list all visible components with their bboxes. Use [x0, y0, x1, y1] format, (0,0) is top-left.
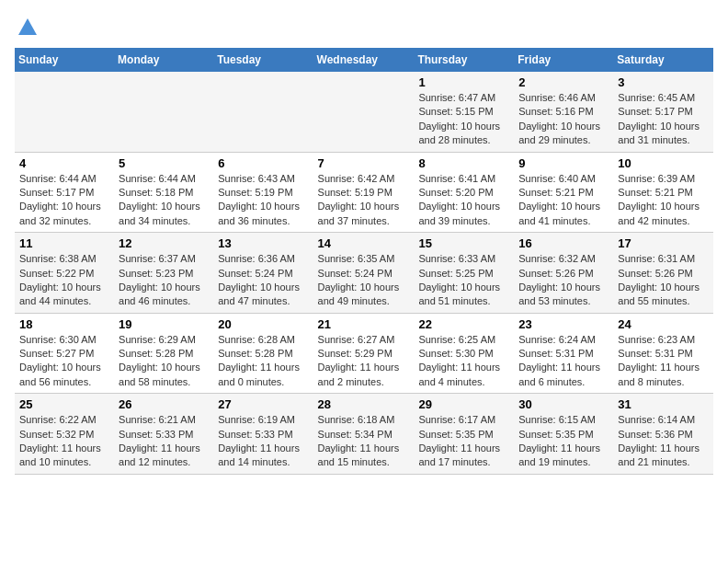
- calendar-cell: 7Sunrise: 6:42 AMSunset: 5:19 PMDaylight…: [313, 152, 415, 233]
- day-info: Sunrise: 6:46 AMSunset: 5:16 PMDaylight:…: [518, 91, 609, 148]
- day-info: Sunrise: 6:19 AMSunset: 5:33 PMDaylight:…: [218, 413, 308, 470]
- day-number: 30: [518, 397, 609, 411]
- day-info: Sunrise: 6:47 AMSunset: 5:15 PMDaylight:…: [418, 91, 509, 148]
- calendar-table: SundayMondayTuesdayWednesdayThursdayFrid…: [15, 48, 713, 475]
- day-number: 15: [418, 236, 509, 250]
- calendar-cell: 22Sunrise: 6:25 AMSunset: 5:30 PMDayligh…: [414, 313, 514, 394]
- week-row-4: 18Sunrise: 6:30 AMSunset: 5:27 PMDayligh…: [15, 313, 713, 394]
- day-info: Sunrise: 6:35 AMSunset: 5:24 PMDaylight:…: [318, 252, 410, 309]
- day-info: Sunrise: 6:14 AMSunset: 5:36 PMDaylight:…: [618, 413, 709, 470]
- calendar-cell: 1Sunrise: 6:47 AMSunset: 5:15 PMDaylight…: [414, 72, 514, 152]
- calendar-cell: 19Sunrise: 6:29 AMSunset: 5:28 PMDayligh…: [114, 313, 213, 394]
- calendar-cell: 5Sunrise: 6:44 AMSunset: 5:18 PMDaylight…: [114, 152, 213, 233]
- page-header: [15, 15, 713, 40]
- calendar-cell: 16Sunrise: 6:32 AMSunset: 5:26 PMDayligh…: [514, 233, 613, 314]
- week-row-1: 1Sunrise: 6:47 AMSunset: 5:15 PMDaylight…: [15, 72, 713, 152]
- calendar-cell: 2Sunrise: 6:46 AMSunset: 5:16 PMDaylight…: [514, 72, 613, 152]
- calendar-cell: 29Sunrise: 6:17 AMSunset: 5:35 PMDayligh…: [414, 394, 514, 475]
- day-number: 1: [418, 75, 509, 89]
- calendar-cell: 27Sunrise: 6:19 AMSunset: 5:33 PMDayligh…: [213, 394, 313, 475]
- day-number: 4: [19, 156, 109, 170]
- day-info: Sunrise: 6:27 AMSunset: 5:29 PMDaylight:…: [318, 333, 410, 390]
- day-info: Sunrise: 6:45 AMSunset: 5:17 PMDaylight:…: [618, 91, 709, 148]
- day-number: 8: [418, 156, 509, 170]
- day-number: 12: [119, 236, 209, 250]
- day-number: 16: [518, 236, 609, 250]
- calendar-cell: [313, 72, 415, 152]
- calendar-cell: 15Sunrise: 6:33 AMSunset: 5:25 PMDayligh…: [414, 233, 514, 314]
- day-info: Sunrise: 6:15 AMSunset: 5:35 PMDaylight:…: [518, 413, 609, 470]
- day-info: Sunrise: 6:38 AMSunset: 5:22 PMDaylight:…: [19, 252, 109, 309]
- day-number: 20: [218, 317, 308, 331]
- calendar-cell: 9Sunrise: 6:40 AMSunset: 5:21 PMDaylight…: [514, 152, 613, 233]
- day-info: Sunrise: 6:37 AMSunset: 5:23 PMDaylight:…: [119, 252, 209, 309]
- calendar-cell: 13Sunrise: 6:36 AMSunset: 5:24 PMDayligh…: [213, 233, 313, 314]
- day-number: 18: [19, 317, 109, 331]
- column-header-tuesday: Tuesday: [213, 48, 313, 72]
- column-header-monday: Monday: [114, 48, 213, 72]
- day-info: Sunrise: 6:44 AMSunset: 5:17 PMDaylight:…: [19, 172, 109, 229]
- day-number: 2: [518, 75, 609, 89]
- calendar-cell: [114, 72, 213, 152]
- calendar-cell: 31Sunrise: 6:14 AMSunset: 5:36 PMDayligh…: [613, 394, 713, 475]
- logo-icon: [15, 15, 40, 40]
- day-number: 6: [218, 156, 308, 170]
- calendar-header: SundayMondayTuesdayWednesdayThursdayFrid…: [15, 48, 713, 72]
- day-number: 23: [518, 317, 609, 331]
- calendar-cell: 11Sunrise: 6:38 AMSunset: 5:22 PMDayligh…: [15, 233, 114, 314]
- day-info: Sunrise: 6:29 AMSunset: 5:28 PMDaylight:…: [119, 333, 209, 390]
- week-row-5: 25Sunrise: 6:22 AMSunset: 5:32 PMDayligh…: [15, 394, 713, 475]
- day-info: Sunrise: 6:30 AMSunset: 5:27 PMDaylight:…: [19, 333, 109, 390]
- day-number: 9: [518, 156, 609, 170]
- day-number: 21: [318, 317, 410, 331]
- day-info: Sunrise: 6:22 AMSunset: 5:32 PMDaylight:…: [19, 413, 109, 470]
- calendar-cell: 30Sunrise: 6:15 AMSunset: 5:35 PMDayligh…: [514, 394, 613, 475]
- calendar-cell: 14Sunrise: 6:35 AMSunset: 5:24 PMDayligh…: [313, 233, 415, 314]
- day-info: Sunrise: 6:32 AMSunset: 5:26 PMDaylight:…: [518, 252, 609, 309]
- day-info: Sunrise: 6:17 AMSunset: 5:35 PMDaylight:…: [418, 413, 509, 470]
- calendar-cell: 23Sunrise: 6:24 AMSunset: 5:31 PMDayligh…: [514, 313, 613, 394]
- day-number: 10: [618, 156, 709, 170]
- day-info: Sunrise: 6:25 AMSunset: 5:30 PMDaylight:…: [418, 333, 509, 390]
- day-info: Sunrise: 6:41 AMSunset: 5:20 PMDaylight:…: [418, 172, 509, 229]
- column-header-saturday: Saturday: [613, 48, 713, 72]
- day-number: 25: [19, 397, 109, 411]
- calendar-cell: 24Sunrise: 6:23 AMSunset: 5:31 PMDayligh…: [613, 313, 713, 394]
- calendar-cell: 4Sunrise: 6:44 AMSunset: 5:17 PMDaylight…: [15, 152, 114, 233]
- day-info: Sunrise: 6:42 AMSunset: 5:19 PMDaylight:…: [318, 172, 410, 229]
- calendar-cell: 25Sunrise: 6:22 AMSunset: 5:32 PMDayligh…: [15, 394, 114, 475]
- calendar-cell: 10Sunrise: 6:39 AMSunset: 5:21 PMDayligh…: [613, 152, 713, 233]
- column-header-wednesday: Wednesday: [313, 48, 415, 72]
- calendar-cell: 8Sunrise: 6:41 AMSunset: 5:20 PMDaylight…: [414, 152, 514, 233]
- day-info: Sunrise: 6:44 AMSunset: 5:18 PMDaylight:…: [119, 172, 209, 229]
- day-number: 28: [318, 397, 410, 411]
- day-number: 19: [119, 317, 209, 331]
- day-info: Sunrise: 6:39 AMSunset: 5:21 PMDaylight:…: [618, 172, 709, 229]
- day-info: Sunrise: 6:21 AMSunset: 5:33 PMDaylight:…: [119, 413, 209, 470]
- calendar-cell: 26Sunrise: 6:21 AMSunset: 5:33 PMDayligh…: [114, 394, 213, 475]
- day-info: Sunrise: 6:24 AMSunset: 5:31 PMDaylight:…: [518, 333, 609, 390]
- day-number: 14: [318, 236, 410, 250]
- day-number: 29: [418, 397, 509, 411]
- calendar-cell: 21Sunrise: 6:27 AMSunset: 5:29 PMDayligh…: [313, 313, 415, 394]
- day-number: 13: [218, 236, 308, 250]
- day-number: 31: [618, 397, 709, 411]
- logo: [15, 15, 44, 40]
- day-number: 27: [218, 397, 308, 411]
- day-number: 24: [618, 317, 709, 331]
- column-header-friday: Friday: [514, 48, 613, 72]
- week-row-3: 11Sunrise: 6:38 AMSunset: 5:22 PMDayligh…: [15, 233, 713, 314]
- day-info: Sunrise: 6:28 AMSunset: 5:28 PMDaylight:…: [218, 333, 308, 390]
- calendar-cell: 28Sunrise: 6:18 AMSunset: 5:34 PMDayligh…: [313, 394, 415, 475]
- day-number: 26: [119, 397, 209, 411]
- day-info: Sunrise: 6:23 AMSunset: 5:31 PMDaylight:…: [618, 333, 709, 390]
- calendar-cell: 12Sunrise: 6:37 AMSunset: 5:23 PMDayligh…: [114, 233, 213, 314]
- week-row-2: 4Sunrise: 6:44 AMSunset: 5:17 PMDaylight…: [15, 152, 713, 233]
- day-number: 22: [418, 317, 509, 331]
- header-row: SundayMondayTuesdayWednesdayThursdayFrid…: [15, 48, 713, 72]
- column-header-thursday: Thursday: [414, 48, 514, 72]
- day-info: Sunrise: 6:33 AMSunset: 5:25 PMDaylight:…: [418, 252, 509, 309]
- day-number: 11: [19, 236, 109, 250]
- column-header-sunday: Sunday: [15, 48, 114, 72]
- day-info: Sunrise: 6:36 AMSunset: 5:24 PMDaylight:…: [218, 252, 308, 309]
